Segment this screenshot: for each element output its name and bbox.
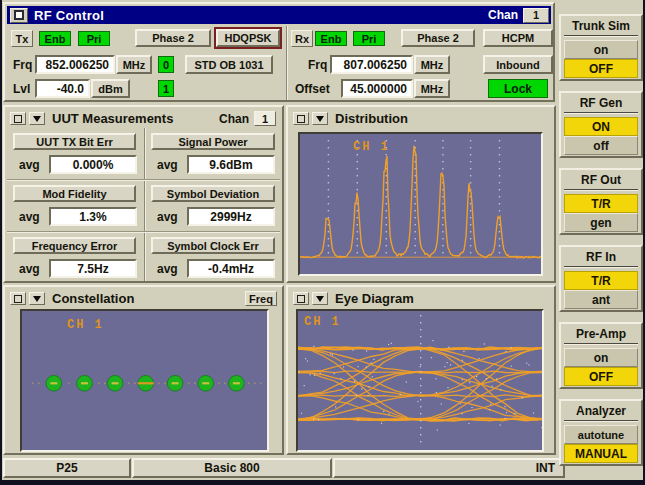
measurement-value: 2999Hz <box>187 207 275 226</box>
softkey-option[interactable]: autotune <box>564 425 638 444</box>
tx-enable-toggle[interactable]: Enb <box>39 31 71 46</box>
window-box-icon[interactable] <box>10 8 28 23</box>
rx-offset-unit-button[interactable]: MHz <box>414 79 450 98</box>
rx-modulation-button[interactable]: HCPM <box>483 29 553 47</box>
avg-label: avg <box>157 158 178 172</box>
collapse-arrow-icon[interactable] <box>312 292 328 305</box>
rx-frequency-field[interactable]: 807.006250 <box>330 55 413 74</box>
measurement-button[interactable]: Symbol Deviation <box>151 185 275 202</box>
measurement-value: 0.000% <box>49 155 137 174</box>
status-reference[interactable]: INT <box>333 458 565 478</box>
softkey-option[interactable]: ant <box>564 290 638 309</box>
rx-label: Rx <box>291 30 313 47</box>
constellation-header: Constellation Freq <box>7 289 280 308</box>
rx-offset-label: Offset <box>295 82 330 96</box>
tx-section: Tx Enb Pri Phase 2 HDQPSK Frq 852.006250… <box>7 26 285 100</box>
chan-label: Chan <box>488 8 518 22</box>
softkey-option[interactable]: on <box>564 40 638 59</box>
status-band[interactable]: Basic 800 <box>132 458 332 478</box>
eye-header: Eye Diagram <box>290 289 552 308</box>
tx-frequency-field[interactable]: 852.006250 <box>35 55 115 74</box>
softkey-option[interactable]: T/R <box>564 194 638 213</box>
softkey-rf-gen[interactable]: RF Gen ON off <box>559 91 643 158</box>
rx-lock-button[interactable]: Lock <box>488 79 548 98</box>
measurement-button[interactable]: Mod Fidelity <box>13 185 136 202</box>
uut-chan-value-box[interactable]: 1 <box>254 111 276 126</box>
softkey-rf-in[interactable]: RF In T/R ant <box>559 245 643 312</box>
tx-standard-button[interactable]: STD OB 1031 <box>185 55 273 74</box>
softkey-label: RF Gen <box>561 96 641 110</box>
softkey-option[interactable]: MANUAL <box>564 444 638 463</box>
rx-enable-toggle[interactable]: Enb <box>315 31 347 46</box>
rx-priority-toggle[interactable]: Pri <box>353 31 385 46</box>
measurement-button[interactable]: Signal Power <box>151 133 275 150</box>
collapse-arrow-icon[interactable] <box>29 112 45 125</box>
freq-mode-button[interactable]: Freq <box>245 291 277 306</box>
avg-label: avg <box>157 210 178 224</box>
softkey-label: RF In <box>561 250 641 264</box>
tx-lvl-label: Lvl <box>13 82 30 96</box>
softkey-analyzer[interactable]: Analyzer autotune MANUAL <box>559 399 643 466</box>
measurement-button[interactable]: UUT TX Bit Err <box>13 133 136 150</box>
window-box-glyph <box>14 10 24 20</box>
chan-value-box[interactable]: 1 <box>523 8 549 23</box>
panel-box-icon[interactable] <box>293 112 309 125</box>
measurement-value: 9.6dBm <box>187 155 275 174</box>
collapse-arrow-icon[interactable] <box>312 112 328 125</box>
tx-modulation-button[interactable]: HDQPSK <box>216 29 280 47</box>
panel-box-icon[interactable] <box>10 112 26 125</box>
softkey-option[interactable]: on <box>564 348 638 367</box>
tx-slot1-indicator[interactable]: 1 <box>158 80 174 97</box>
panel-box-icon[interactable] <box>10 292 26 305</box>
measurement-button[interactable]: Symbol Clock Err <box>151 237 275 254</box>
distribution-title: Distribution <box>335 111 408 126</box>
rx-phase-button[interactable]: Phase 2 <box>401 29 475 47</box>
distribution-header: Distribution <box>290 109 552 128</box>
eye-diagram-panel: Eye Diagram CH 1 <box>286 285 556 455</box>
softkey-option[interactable]: ON <box>564 117 638 136</box>
tx-priority-toggle[interactable]: Pri <box>78 31 110 46</box>
softkey-pre-amp[interactable]: Pre-Amp on OFF <box>559 322 643 389</box>
softkey-label: Analyzer <box>561 404 641 418</box>
rf-control-titlebar: RF Control Chan 1 <box>7 6 551 24</box>
avg-label: avg <box>157 262 178 276</box>
tx-label: Tx <box>11 30 33 47</box>
page-title: RF Control <box>34 8 104 23</box>
softkey-label: RF Out <box>561 173 641 187</box>
distribution-channel-label: CH 1 <box>353 140 390 154</box>
softkey-label: Pre-Amp <box>561 327 641 341</box>
softkey-option[interactable]: off <box>564 136 638 155</box>
constellation-title: Constellation <box>52 291 134 306</box>
tx-slot0-indicator[interactable]: 0 <box>158 56 174 73</box>
uut-chan-label: Chan <box>219 112 249 126</box>
softkey-trunk-sim[interactable]: Trunk Sim on OFF <box>559 14 643 81</box>
tx-phase-button[interactable]: Phase 2 <box>135 29 211 47</box>
softkey-option[interactable]: T/R <box>564 271 638 290</box>
softkey-option[interactable]: OFF <box>564 59 638 78</box>
distribution-panel: Distribution CH 1 <box>286 105 556 283</box>
tx-frq-unit-button[interactable]: MHz <box>116 55 152 74</box>
panel-box-icon[interactable] <box>293 292 309 305</box>
rx-section: Rx Enb Pri Phase 2 HCPM Frq 807.006250 M… <box>289 26 553 100</box>
avg-label: avg <box>19 210 40 224</box>
softkey-option[interactable]: gen <box>564 213 638 232</box>
rf-control-panel: RF Control Chan 1 Tx Enb Pri Phase 2 HDQ… <box>3 2 555 102</box>
rx-frq-label: Frq <box>308 58 327 72</box>
tx-level-field[interactable]: -40.0 <box>35 79 90 98</box>
avg-label: avg <box>19 262 40 276</box>
tx-lvl-unit-button[interactable]: dBm <box>91 79 130 98</box>
collapse-arrow-icon[interactable] <box>29 292 45 305</box>
softkey-option[interactable]: OFF <box>564 367 638 386</box>
rx-offset-field[interactable]: 45.000000 <box>341 79 413 98</box>
constellation-panel: Constellation Freq CH 1 <box>3 285 284 455</box>
softkey-rf-out[interactable]: RF Out T/R gen <box>559 168 643 235</box>
status-system[interactable]: P25 <box>3 458 131 478</box>
avg-label: avg <box>19 158 40 172</box>
measurement-value: -0.4mHz <box>187 259 275 278</box>
tx-rx-divider <box>286 26 288 100</box>
softkey-label: Trunk Sim <box>561 19 641 33</box>
rx-direction-button[interactable]: Inbound <box>483 55 553 74</box>
rx-frq-unit-button[interactable]: MHz <box>414 55 450 74</box>
measurement-button[interactable]: Frequency Error <box>13 237 136 254</box>
eye-title: Eye Diagram <box>335 291 414 306</box>
